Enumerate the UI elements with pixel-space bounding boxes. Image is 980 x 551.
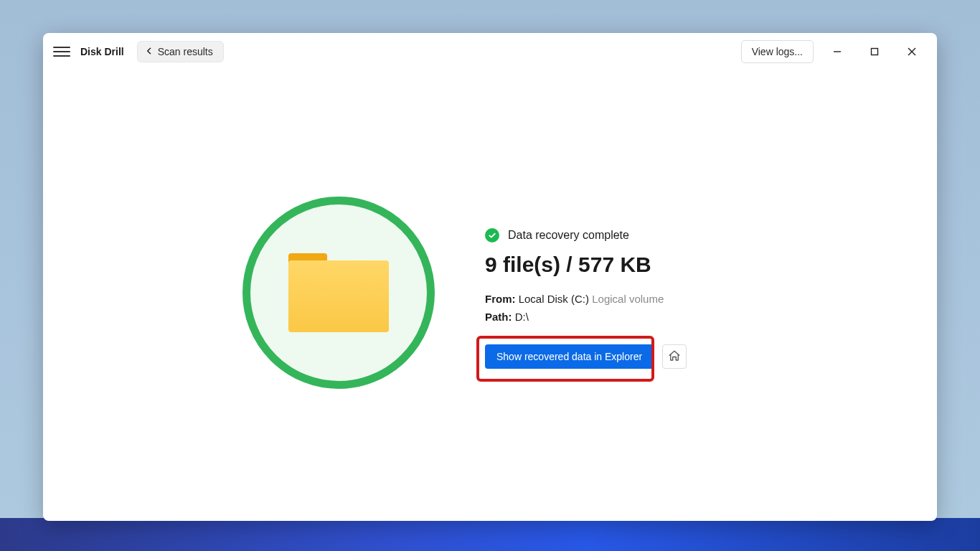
from-volume-type: Logical volume xyxy=(592,293,664,305)
titlebar: Disk Drill Scan results View logs... xyxy=(43,33,937,70)
back-button-label: Scan results xyxy=(158,46,213,57)
app-title: Disk Drill xyxy=(80,46,124,57)
home-icon xyxy=(668,349,681,364)
minimize-button[interactable] xyxy=(826,41,848,62)
from-value: Local Disk (C:) xyxy=(519,293,589,305)
content-area: Data recovery complete 9 file(s) / 577 K… xyxy=(43,70,937,521)
check-circle-icon xyxy=(485,228,499,242)
app-window: Disk Drill Scan results View logs... xyxy=(43,33,937,521)
view-logs-button[interactable]: View logs... xyxy=(741,40,814,63)
status-row: Data recovery complete xyxy=(485,228,687,242)
path-key: Path: xyxy=(485,311,512,323)
maximize-button[interactable] xyxy=(864,41,885,62)
info-column: Data recovery complete 9 file(s) / 577 K… xyxy=(485,197,687,369)
window-controls xyxy=(826,41,930,62)
desktop-taskbar-hint xyxy=(0,518,980,551)
close-button[interactable] xyxy=(901,41,923,62)
home-button[interactable] xyxy=(662,344,687,369)
recovery-stats: 9 file(s) / 577 KB xyxy=(485,253,687,277)
success-circle xyxy=(242,197,435,389)
folder-icon xyxy=(288,253,389,332)
hamburger-menu-button[interactable] xyxy=(53,43,70,60)
status-text: Data recovery complete xyxy=(508,229,629,242)
back-scan-results-button[interactable]: Scan results xyxy=(137,41,224,62)
from-key: From: xyxy=(485,293,516,305)
svg-rect-1 xyxy=(872,49,878,55)
from-line: From: Local Disk (C:) Logical volume xyxy=(485,293,687,305)
action-row: Show recovered data in Explorer xyxy=(485,344,687,369)
chevron-left-icon xyxy=(145,46,154,57)
path-line: Path: D:\ xyxy=(485,311,687,323)
path-value: D:\ xyxy=(515,311,529,323)
show-recovered-data-button[interactable]: Show recovered data in Explorer xyxy=(485,344,654,369)
